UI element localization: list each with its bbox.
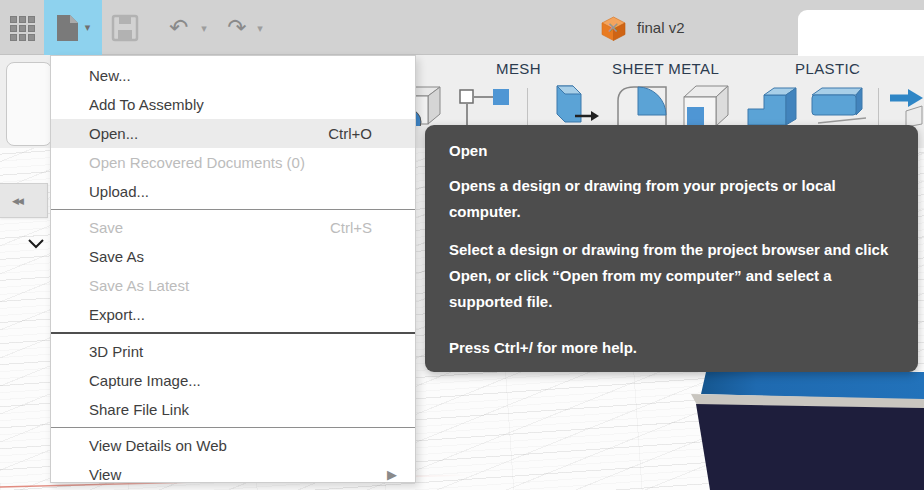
application-top-bar: ▾ ↶ ▾ ↷ ▾ final v2 (0, 0, 924, 55)
base-feature-tool-icon[interactable] (802, 81, 868, 131)
browser-collapse-button[interactable]: ◀◀ (0, 183, 48, 218)
menu-separator (51, 427, 415, 428)
redo-dropdown-button[interactable]: ▾ (252, 20, 268, 36)
menu-item-new[interactable]: New... (51, 61, 415, 90)
menu-item-save[interactable]: Save Ctrl+S (51, 213, 415, 242)
chevron-down-icon: ▾ (201, 22, 207, 35)
toolbar-divider (878, 88, 879, 126)
menu-item-export[interactable]: Export... (51, 300, 415, 329)
close-icon: ✕ (607, 19, 620, 37)
open-command-tooltip: Open Opens a design or drawing from your… (425, 125, 918, 372)
menu-item-add-to-assembly[interactable]: Add To Assembly (51, 90, 415, 119)
menu-item-save-as[interactable]: Save As (51, 242, 415, 271)
undo-icon: ↶ (169, 16, 188, 39)
tooltip-paragraph: Opens a design or drawing from your proj… (449, 173, 894, 225)
tab-strip-blank-area (798, 10, 924, 56)
file-dropdown-menu: New... Add To Assembly Open... Ctrl+O Op… (50, 55, 416, 483)
app-grid-button[interactable] (6, 12, 38, 44)
ribbon-tab-mesh[interactable]: MESH (496, 60, 541, 77)
model-front-face (696, 404, 924, 490)
collapse-arrows-icon: ◀◀ (12, 196, 22, 206)
menu-item-open-recovered-documents[interactable]: Open Recovered Documents (0) (51, 148, 415, 177)
tooltip-help-hint: Press Ctrl+/ for more help. (449, 335, 894, 361)
shortcut-label: Ctrl+S (330, 213, 372, 242)
browser-expand-chevron-icon[interactable] (27, 238, 45, 250)
tab-close-button[interactable]: ✕ (595, 0, 631, 55)
app-window: ◀◀ E MESH SHEET METAL PLASTIC (0, 0, 924, 490)
chevron-down-icon: ▾ (257, 22, 263, 35)
undo-dropdown-button[interactable]: ▾ (196, 20, 212, 36)
floppy-disk-icon (111, 14, 139, 42)
save-button[interactable] (108, 12, 142, 44)
menu-separator (51, 209, 415, 210)
tooltip-paragraph: Select a design or drawing from the proj… (449, 237, 894, 315)
undo-button[interactable]: ↶ (164, 10, 194, 44)
ribbon-tab-plastic[interactable]: PLASTIC (795, 60, 860, 77)
insert-tool-icon[interactable] (888, 83, 924, 131)
tooltip-title: Open (449, 138, 894, 164)
redo-icon: ↷ (227, 16, 246, 39)
redo-button[interactable]: ↷ (222, 10, 252, 44)
toolbar-group-outline (6, 62, 52, 146)
file-document-icon (56, 14, 79, 42)
menu-item-save-as-latest[interactable]: Save As Latest (51, 271, 415, 300)
menu-item-open[interactable]: Open... Ctrl+O (51, 119, 415, 148)
menu-separator (51, 332, 415, 334)
document-tab-title: final v2 (637, 19, 685, 36)
file-menu-button[interactable]: ▾ (44, 0, 102, 55)
menu-item-upload[interactable]: Upload... (51, 177, 415, 206)
menu-item-3d-print[interactable]: 3D Print (51, 337, 415, 366)
submenu-arrow-icon: ▶ (387, 460, 397, 489)
shortcut-label: Ctrl+O (328, 119, 372, 148)
menu-item-view-details-on-web[interactable]: View Details on Web (51, 431, 415, 460)
menu-item-capture-image[interactable]: Capture Image... (51, 366, 415, 395)
ribbon-tab-sheet-metal[interactable]: SHEET METAL (612, 60, 719, 77)
toolbar-divider (527, 88, 528, 126)
menu-item-share-file-link[interactable]: Share File Link (51, 395, 415, 424)
menu-item-view[interactable]: View ▶ (51, 460, 415, 489)
chevron-down-icon: ▾ (85, 21, 91, 34)
app-grid-icon (10, 16, 35, 41)
